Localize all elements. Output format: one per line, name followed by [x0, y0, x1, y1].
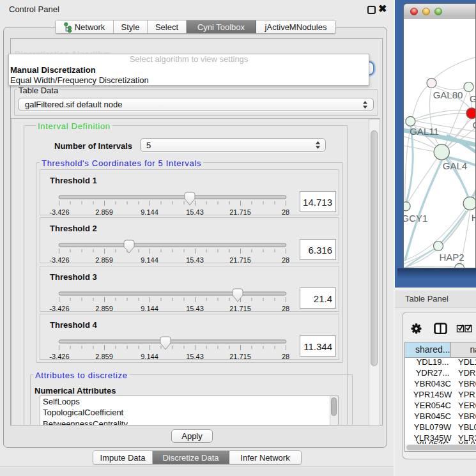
svg-text:GAL4: GAL4: [443, 160, 467, 171]
svg-text:GA: GA: [470, 93, 476, 104]
svg-text:GAL11: GAL11: [410, 126, 439, 137]
svg-text:GAL80: GAL80: [433, 89, 463, 100]
svg-text:HAP2: HAP2: [439, 252, 464, 263]
svg-text:C: C: [473, 119, 476, 130]
svg-text:H: H: [472, 212, 476, 223]
svg-text:GCY1: GCY1: [404, 213, 427, 224]
